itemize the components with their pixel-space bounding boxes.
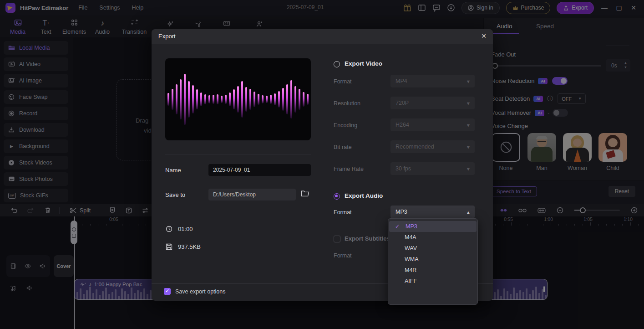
save-export-options-label: Save export options [175,288,226,295]
framerate-select: 30 fps▾ [390,162,475,175]
chevron-down-icon: ▾ [467,144,470,150]
clock-icon [166,226,172,232]
export-audio-radio[interactable] [334,193,340,200]
save-to-input[interactable]: D:/Users/Desktop [208,189,296,200]
encoding-label: Encoding [334,122,357,129]
encoding-select: H264▾ [390,118,475,131]
floppy-icon [166,243,172,250]
chevron-down-icon: ▾ [467,78,470,85]
resolution-select: 720P▾ [390,97,475,109]
check-icon: ✓ [395,223,400,230]
browse-folder-icon[interactable] [301,190,309,197]
dropdown-option-mp3[interactable]: ✓MP3 [389,221,477,232]
video-format-label: Format [334,78,352,85]
chevron-down-icon: ▾ [467,165,470,172]
export-subtitles-label: Export Subtitles [345,235,390,242]
filesize-row: 937.5KB [166,243,201,250]
dropdown-option-wma[interactable]: WMA [388,254,477,265]
bitrate-label: Bit rate [334,144,352,150]
dropdown-option-aiff[interactable]: AIFF [388,276,477,287]
dialog-title: Export [158,33,176,40]
format-dropdown: ✓MP3 M4A WAV WMA M4R AIFF [388,218,478,305]
name-input[interactable] [208,164,311,176]
framerate-label: Frame Rate [334,166,364,172]
audio-format-select[interactable]: MP3▴ [390,206,475,218]
resolution-label: Resolution [334,100,360,107]
export-subtitles-checkbox[interactable] [334,236,340,242]
audio-preview-thumbnail [165,58,311,140]
chevron-up-icon: ▴ [467,209,470,216]
dropdown-option-wav[interactable]: WAV [388,243,477,254]
chevron-down-icon: ▾ [467,100,470,107]
subtitle-format-label: Format [334,252,352,259]
dialog-close-icon[interactable]: ✕ [481,32,487,40]
export-video-label: Export Video [345,60,382,67]
duration-row: 01:00 [166,226,193,232]
divider [165,154,311,154]
save-export-options-checkbox[interactable] [164,288,171,295]
bitrate-select: Recommended▾ [390,140,475,153]
chevron-down-icon: ▾ [467,122,470,129]
filesize-value: 937.5KB [178,243,201,250]
export-video-radio[interactable] [334,61,340,67]
export-audio-label: Export Audio [345,192,383,199]
dropdown-option-m4r[interactable]: M4R [388,265,477,276]
name-label: Name [165,167,181,174]
duration-value: 01:00 [178,226,193,232]
export-dialog: Export ✕ Name Save to D:/Users/Desktop 0… [152,29,493,301]
audio-format-label: Format [334,209,352,216]
dialog-header[interactable]: Export ✕ [152,29,493,44]
save-to-label: Save to [165,191,185,198]
dropdown-option-m4a[interactable]: M4A [388,232,477,243]
video-format-select: MP4▾ [390,75,475,87]
